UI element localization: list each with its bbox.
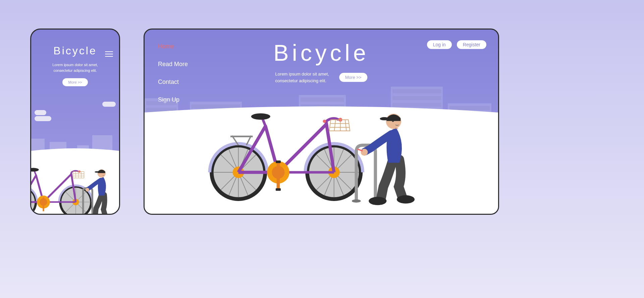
svg-point-77 <box>352 199 361 203</box>
svg-point-84 <box>380 117 389 120</box>
desktop-device-frame: Home Read More Contact Sign Up Log in Re… <box>144 29 499 215</box>
hamburger-menu-icon[interactable] <box>105 50 113 58</box>
svg-point-79 <box>369 197 386 205</box>
mobile-more-button[interactable]: More >> <box>62 78 88 86</box>
mobile-illustration <box>30 162 115 215</box>
login-button[interactable]: Log in <box>427 40 452 49</box>
desktop-auth-buttons: Log in Register <box>427 40 486 49</box>
svg-line-72 <box>334 120 336 131</box>
svg-point-80 <box>397 195 415 204</box>
svg-point-21 <box>30 168 39 171</box>
svg-line-4 <box>30 192 31 212</box>
svg-rect-69 <box>230 136 253 137</box>
nav-read-more[interactable]: Read More <box>158 61 188 68</box>
mobile-device-frame: Bicycle Lorem ipsum dolor sit amet, cons… <box>30 29 120 215</box>
mobile-subtitle: Lorem ipsum dolor sit amet, consectetur … <box>31 62 119 73</box>
register-button[interactable]: Register <box>457 40 486 49</box>
svg-point-68 <box>323 120 326 123</box>
svg-point-66 <box>251 113 270 120</box>
desktop-illustration <box>205 104 434 207</box>
svg-line-74 <box>345 120 346 131</box>
desktop-hero: Bicycle Lorem ipsum dolor sit amet, cons… <box>273 40 369 84</box>
desktop-more-button[interactable]: More >> <box>339 73 367 82</box>
svg-point-38 <box>95 171 99 172</box>
svg-rect-64 <box>276 160 281 163</box>
nav-contact[interactable]: Contact <box>158 79 188 86</box>
desktop-subtitle: Lorem ipsum dolor sit amet, consectetur … <box>275 71 329 84</box>
svg-point-81 <box>361 149 368 156</box>
svg-point-35 <box>102 214 111 215</box>
svg-point-36 <box>86 188 89 192</box>
nav-home[interactable]: Home <box>158 43 188 50</box>
svg-point-85 <box>392 121 394 122</box>
svg-rect-63 <box>276 188 281 191</box>
svg-line-5 <box>30 192 31 212</box>
desktop-page-title: Bicycle <box>273 40 369 66</box>
